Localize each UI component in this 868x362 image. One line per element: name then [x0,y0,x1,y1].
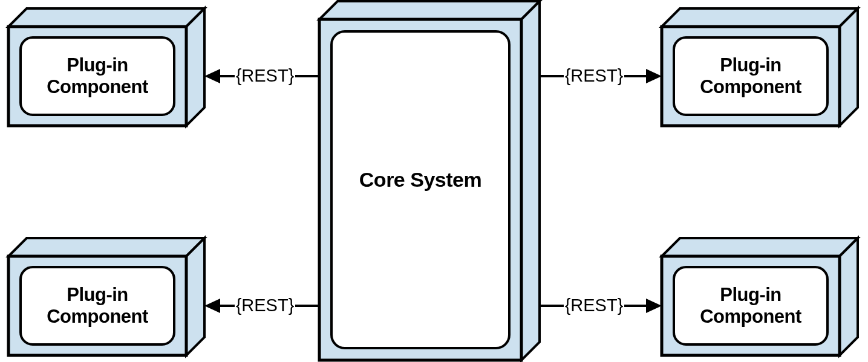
svg-marker-0 [319,1,540,19]
svg-marker-37 [204,69,220,83]
plugin-top-left: Plug-in Component [8,8,204,126]
svg-marker-21 [662,8,858,27]
connector-tl-label: {REST} [236,66,295,85]
svg-marker-41 [204,299,220,313]
connector-br-label: {REST} [565,296,624,315]
svg-marker-49 [646,299,662,313]
plugin-tr-line2: Component [700,76,801,97]
connector-top-left: {REST} [204,66,319,85]
svg-marker-9 [186,8,204,126]
svg-marker-14 [8,238,204,256]
plugin-tr-line1: Plug-in [720,54,782,76]
plugin-br-line2: Component [700,306,801,327]
svg-marker-2 [521,1,540,360]
plugin-bl-line1: Plug-in [67,284,128,305]
svg-marker-23 [840,8,858,126]
svg-marker-45 [646,69,662,83]
plugin-bottom-left: Plug-in Component [8,238,204,355]
connector-tr-label: {REST} [565,66,624,85]
core-system-label: Core System [359,168,481,191]
architecture-diagram: Core System Plug-in Component Plug-in Co… [0,0,868,362]
plugin-br-line1: Plug-in [720,284,782,305]
plugin-top-right: Plug-in Component [662,8,858,126]
svg-marker-28 [662,238,858,256]
svg-marker-16 [186,238,204,355]
plugin-tl-line1: Plug-in [67,54,128,76]
core-system-box: Core System [319,1,540,360]
plugin-tl-line2: Component [47,76,148,97]
connector-bottom-right: {REST} [540,296,662,315]
connector-top-right: {REST} [540,66,662,85]
svg-marker-7 [8,8,204,27]
connector-bottom-left: {REST} [204,296,319,315]
plugin-bottom-right: Plug-in Component [662,238,858,355]
svg-marker-30 [840,238,858,355]
plugin-bl-line2: Component [47,306,148,327]
connector-bl-label: {REST} [236,296,295,315]
